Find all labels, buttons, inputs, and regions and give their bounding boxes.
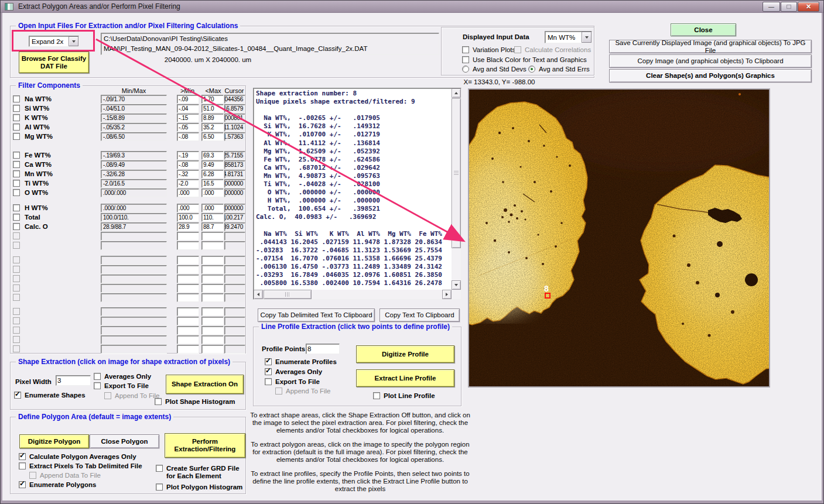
filter-max-input[interactable] xyxy=(201,95,224,104)
radio-icon[interactable] xyxy=(528,66,535,73)
filter-max-input[interactable] xyxy=(201,151,224,160)
filter-max-input[interactable] xyxy=(201,213,224,222)
plot-polygon-histogram-checkbox[interactable]: Plot Polygon Histogram xyxy=(156,484,242,491)
filter-max-input[interactable] xyxy=(201,104,224,113)
filter-max-input[interactable] xyxy=(201,335,224,344)
filter-max-input[interactable] xyxy=(201,241,224,250)
checkbox-icon[interactable] xyxy=(265,358,272,365)
filter-max-input[interactable] xyxy=(201,345,224,354)
plot-shape-histogram-checkbox[interactable]: Plot Shape Histogram xyxy=(155,398,235,406)
minimize-button[interactable]: — xyxy=(763,2,780,12)
vertical-scrollbar[interactable] xyxy=(452,88,461,290)
copy-tab-delimited-button[interactable]: Copy Tab Delimited Text To Clipboard xyxy=(258,308,375,322)
checkbox-icon[interactable] xyxy=(462,56,469,63)
filter-max-input[interactable] xyxy=(201,293,224,302)
filter-min-input[interactable] xyxy=(177,132,199,141)
filter-min-input[interactable] xyxy=(177,95,199,104)
checkbox-icon[interactable] xyxy=(19,453,26,460)
filter-min-input[interactable] xyxy=(177,241,199,250)
title-bar[interactable]: Extract Polygon Areas and/or Perform Pix… xyxy=(1,1,823,13)
filter-min-input[interactable] xyxy=(177,204,199,212)
horizontal-scrollbar[interactable] xyxy=(254,290,452,299)
filter-min-input[interactable] xyxy=(177,307,199,316)
filter-min-input[interactable] xyxy=(177,293,199,302)
checkbox-icon[interactable] xyxy=(156,484,163,491)
filter-min-input[interactable] xyxy=(177,345,199,354)
chevron-down-icon[interactable] xyxy=(582,32,591,43)
filter-min-input[interactable] xyxy=(177,265,199,274)
filter-max-input[interactable] xyxy=(201,179,224,188)
checkbox-icon[interactable] xyxy=(265,378,272,385)
close-window-button[interactable]: ✕ xyxy=(798,2,819,12)
export-to-file-profiles-checkbox[interactable]: Export To File xyxy=(265,378,320,386)
plot-line-profile-checkbox[interactable]: Plot Line Profile xyxy=(373,392,435,400)
filter-max-input[interactable] xyxy=(201,160,224,169)
filter-min-input[interactable] xyxy=(177,123,199,132)
filter-min-input[interactable] xyxy=(177,275,199,283)
filter-min-input[interactable] xyxy=(177,188,199,197)
filter-max-input[interactable] xyxy=(201,307,224,316)
averages-only-shapes-checkbox[interactable]: Averages Only xyxy=(94,373,151,380)
filter-component-checkbox[interactable] xyxy=(13,161,20,168)
filter-max-input[interactable] xyxy=(201,114,224,122)
element-map-image[interactable]: 8 xyxy=(469,90,769,386)
save-image-jpg-button[interactable]: Save Currently Displayed Image (and grap… xyxy=(609,40,812,53)
scroll-left-button[interactable] xyxy=(254,290,263,299)
copy-image-clipboard-button[interactable]: Copy Image (and graphical objects) To Cl… xyxy=(609,54,812,68)
filter-max-input[interactable] xyxy=(201,170,224,179)
close-button[interactable]: Close xyxy=(671,23,736,36)
filter-component-checkbox[interactable] xyxy=(13,204,20,211)
copy-text-button[interactable]: Copy Text To Clipboard xyxy=(379,308,460,322)
averages-only-profiles-checkbox[interactable]: Averages Only xyxy=(265,368,322,376)
use-black-color-checkbox[interactable]: Use Black Color for Text and Graphics xyxy=(462,56,587,64)
filter-max-input[interactable] xyxy=(201,265,224,274)
pixel-width-input[interactable] xyxy=(56,375,91,386)
scroll-down-button[interactable] xyxy=(452,280,461,290)
displayed-input-select[interactable]: Mn WT% xyxy=(545,31,592,43)
close-polygon-button[interactable]: Close Polygon xyxy=(90,434,159,448)
filter-component-checkbox[interactable] xyxy=(13,152,20,159)
enumerate-polygons-checkbox[interactable]: Enumerate Polygons xyxy=(19,481,96,489)
checkbox-icon[interactable] xyxy=(14,392,21,399)
shape-extraction-on-button[interactable]: Shape Extraction On xyxy=(166,375,244,394)
variation-plots-checkbox[interactable]: Variation Plots xyxy=(462,46,515,54)
checkbox-icon[interactable] xyxy=(19,462,26,469)
clear-graphics-button[interactable]: Clear Shape(s) and Polygon(s) Graphics xyxy=(609,69,812,83)
filter-max-input[interactable] xyxy=(201,275,224,283)
filter-component-checkbox[interactable] xyxy=(13,214,20,221)
filter-min-input[interactable] xyxy=(177,179,199,188)
filter-component-checkbox[interactable] xyxy=(13,114,20,121)
filter-max-input[interactable] xyxy=(201,204,224,212)
avg-std-devs-radio[interactable]: Avg and Std Devs xyxy=(462,66,526,73)
filter-max-input[interactable] xyxy=(201,284,224,293)
filter-min-input[interactable] xyxy=(177,326,199,335)
filter-min-input[interactable] xyxy=(177,232,199,241)
checkbox-icon[interactable] xyxy=(19,481,26,488)
enumerate-shapes-checkbox[interactable]: Enumerate Shapes xyxy=(14,392,86,399)
filter-max-input[interactable] xyxy=(201,326,224,335)
checkbox-icon[interactable] xyxy=(462,46,469,53)
checkbox-icon[interactable] xyxy=(155,398,162,405)
checkbox-icon[interactable] xyxy=(265,368,272,375)
chevron-down-icon[interactable] xyxy=(69,36,78,46)
maximize-button[interactable] xyxy=(781,2,797,12)
browse-classify-dat-button[interactable]: Browse For Classify DAT File xyxy=(19,52,89,73)
results-text-area[interactable]: Shape extraction number: 8 Unique pixels… xyxy=(253,88,461,300)
filter-component-checkbox[interactable] xyxy=(13,223,20,230)
checkbox-icon[interactable] xyxy=(373,392,380,399)
filter-component-checkbox[interactable] xyxy=(13,133,20,140)
vertical-scroll-thumb[interactable] xyxy=(452,98,461,248)
checkbox-icon[interactable] xyxy=(156,465,163,472)
filter-max-input[interactable] xyxy=(201,222,224,231)
digitize-polygon-button[interactable]: Digitize Polygon xyxy=(19,434,89,448)
filter-min-input[interactable] xyxy=(177,317,199,325)
scroll-up-button[interactable] xyxy=(452,88,461,98)
filter-min-input[interactable] xyxy=(177,104,199,113)
perform-extraction-button[interactable]: Perform Extraction/Filtering xyxy=(165,433,245,458)
checkbox-icon[interactable] xyxy=(94,373,101,380)
filter-max-input[interactable] xyxy=(201,256,224,265)
extract-line-profile-button[interactable]: Extract Line Profile xyxy=(356,369,454,387)
filter-min-input[interactable] xyxy=(177,114,199,122)
filter-component-checkbox[interactable] xyxy=(13,105,20,112)
radio-icon[interactable] xyxy=(462,66,469,73)
